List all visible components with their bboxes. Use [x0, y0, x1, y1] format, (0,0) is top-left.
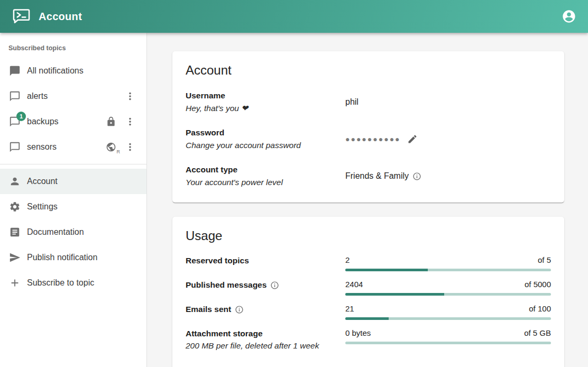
account-type-sublabel: Your account's power level: [186, 176, 345, 189]
sidebar-item-sensors[interactable]: sensors R: [0, 134, 146, 160]
main-content: Account Username Hey, that's you ❤ phil …: [147, 33, 588, 367]
account-type-label: Account type: [186, 163, 345, 176]
person-icon: [9, 176, 21, 187]
reserved-topics-progressbar: [345, 269, 551, 271]
attachment-storage-limit: of 5 GB: [524, 328, 551, 338]
topic-menu-icon[interactable]: [124, 90, 136, 103]
username-label: Username: [186, 89, 345, 102]
sidebar: Subscribed topics All notifications aler…: [0, 33, 147, 367]
account-type-row: Account type Your account's power level …: [186, 163, 551, 189]
sidebar-item-label: backups: [27, 117, 106, 126]
edit-password-icon[interactable]: [407, 134, 418, 144]
attachment-storage-progressbar: [345, 342, 551, 344]
subscribed-topics-header: Subscribed topics: [0, 36, 146, 58]
account-circle-icon[interactable]: [562, 9, 576, 24]
username-row: Username Hey, that's you ❤ phil: [186, 89, 551, 115]
emails-sent-current: 21: [345, 304, 354, 314]
sidebar-item-label: Account: [27, 177, 140, 186]
usage-card: Usage Reserved topics 2 of 5: [172, 217, 564, 367]
account-card: Account Username Hey, that's you ❤ phil …: [172, 51, 564, 203]
article-icon: [9, 226, 21, 238]
chat-filled-icon: [9, 65, 21, 77]
topic-menu-icon[interactable]: [124, 141, 136, 153]
sidebar-item-label: Settings: [27, 202, 140, 212]
plus-icon: [9, 277, 21, 289]
username-value: phil: [345, 97, 551, 107]
globe-reserved-icon: R: [106, 142, 116, 152]
emails-sent-row: Emails sent 21 of 100: [186, 304, 551, 320]
ntfy-logo-icon: [13, 8, 30, 24]
account-card-title: Account: [186, 63, 551, 78]
published-messages-current: 2404: [345, 279, 363, 290]
password-label: Password: [186, 126, 345, 139]
sidebar-item-backups[interactable]: 1 backups: [0, 109, 146, 134]
password-sublabel: Change your account password: [186, 139, 345, 152]
info-icon[interactable]: [412, 172, 421, 181]
gear-icon: [9, 201, 21, 213]
sidebar-item-label: All notifications: [27, 66, 140, 76]
sidebar-item-account[interactable]: Account: [0, 169, 146, 194]
sidebar-item-label: Subscribe to topic: [27, 278, 140, 288]
published-messages-row: Published messages 2404 of 5000: [186, 279, 551, 296]
reserved-marker: R: [117, 149, 121, 154]
app-bar: Account: [0, 0, 588, 33]
attachment-storage-sublabel: 200 MB per file, deleted after 1 week: [186, 340, 345, 352]
masked-password: ●●●●●●●●●●: [345, 135, 401, 143]
sidebar-item-label: Publish notification: [27, 253, 140, 262]
sidebar-item-all-notifications[interactable]: All notifications: [0, 58, 146, 84]
page-title: Account: [39, 11, 562, 23]
published-messages-limit: of 5000: [525, 279, 551, 290]
emails-sent-label: Emails sent: [186, 304, 345, 315]
usage-card-title: Usage: [186, 228, 551, 243]
unread-count-badge: 1: [16, 112, 26, 121]
sidebar-divider: [0, 164, 146, 164]
sidebar-item-subscribe-to-topic[interactable]: Subscribe to topic: [0, 270, 146, 296]
sidebar-item-publish-notification[interactable]: Publish notification: [0, 245, 146, 270]
chat-outline-icon: [9, 141, 21, 153]
published-messages-label: Published messages: [186, 279, 345, 291]
attachment-storage-current: 0 bytes: [345, 328, 371, 338]
sidebar-item-documentation[interactable]: Documentation: [0, 219, 146, 245]
send-icon: [9, 252, 21, 263]
sidebar-item-alerts[interactable]: alerts: [0, 84, 146, 109]
info-icon[interactable]: [235, 305, 244, 314]
sidebar-item-settings[interactable]: Settings: [0, 194, 146, 219]
chat-outline-icon: [9, 90, 21, 102]
sidebar-item-label: sensors: [27, 142, 106, 152]
lock-icon: [106, 116, 116, 127]
emails-sent-progressbar: [345, 317, 551, 320]
reserved-topics-limit: of 5: [538, 255, 551, 265]
account-type-value: Friends & Family: [345, 171, 409, 181]
attachment-storage-label: Attachment storage: [186, 328, 345, 340]
sidebar-item-label: Documentation: [27, 227, 140, 237]
reserved-topics-row: Reserved topics 2 of 5: [186, 255, 551, 271]
reserved-topics-label: Reserved topics: [186, 255, 345, 267]
topic-menu-icon[interactable]: [124, 115, 136, 128]
reserved-topics-current: 2: [345, 255, 350, 265]
emails-sent-limit: of 100: [529, 304, 551, 314]
published-messages-progressbar: [345, 293, 551, 296]
attachment-storage-row: Attachment storage 200 MB per file, dele…: [186, 328, 551, 352]
username-sublabel: Hey, that's you ❤: [186, 102, 345, 115]
password-row: Password Change your account password ●●…: [186, 126, 551, 152]
sidebar-item-label: alerts: [27, 91, 124, 101]
chat-outline-icon: 1: [9, 116, 21, 127]
info-icon[interactable]: [270, 281, 279, 290]
